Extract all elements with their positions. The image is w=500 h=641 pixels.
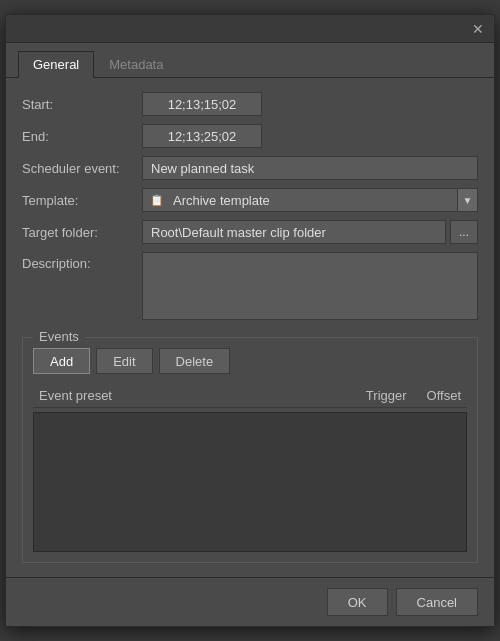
template-label: Template: [22, 193, 142, 208]
target-folder-label: Target folder: [22, 225, 142, 240]
description-control [142, 252, 478, 323]
start-label: Start: [22, 97, 142, 112]
events-table-header-right: Trigger Offset [366, 388, 461, 403]
ok-button[interactable]: OK [327, 588, 388, 616]
events-section: Events Add Edit Delete Event preset Trig… [22, 337, 478, 563]
scheduler-event-input[interactable] [142, 156, 478, 180]
events-legend: Events [33, 329, 85, 344]
close-button[interactable]: ✕ [470, 21, 486, 37]
add-event-button[interactable]: Add [33, 348, 90, 374]
end-row: End: [22, 124, 478, 148]
description-row: Description: [22, 252, 478, 323]
cancel-button[interactable]: Cancel [396, 588, 478, 616]
start-input[interactable] [142, 92, 262, 116]
template-value: Archive template [167, 193, 457, 208]
template-icon: 📋 [147, 190, 167, 210]
end-control [142, 124, 478, 148]
end-label: End: [22, 129, 142, 144]
end-input[interactable] [142, 124, 262, 148]
col-trigger: Trigger [366, 388, 407, 403]
target-folder-group: ... [142, 220, 478, 244]
tab-general[interactable]: General [18, 51, 94, 78]
scheduler-event-control [142, 156, 478, 180]
browse-button[interactable]: ... [450, 220, 478, 244]
col-offset: Offset [427, 388, 461, 403]
target-folder-row: Target folder: ... [22, 220, 478, 244]
start-control [142, 92, 478, 116]
target-folder-control: ... [142, 220, 478, 244]
title-bar: ✕ [6, 15, 494, 43]
events-table-header: Event preset Trigger Offset [33, 384, 467, 408]
start-row: Start: [22, 92, 478, 116]
target-folder-input[interactable] [142, 220, 446, 244]
template-select[interactable]: 📋 Archive template ▼ [142, 188, 478, 212]
template-row: Template: 📋 Archive template ▼ [22, 188, 478, 212]
col-event-preset: Event preset [39, 388, 112, 403]
edit-event-button[interactable]: Edit [96, 348, 152, 374]
scheduler-event-row: Scheduler event: [22, 156, 478, 180]
form-content: Start: End: Scheduler event: Template: [6, 78, 494, 577]
dialog: ✕ General Metadata Start: End: Scheduler… [5, 14, 495, 627]
delete-event-button[interactable]: Delete [159, 348, 231, 374]
tab-metadata[interactable]: Metadata [94, 51, 178, 78]
tab-bar: General Metadata [6, 43, 494, 78]
description-textarea[interactable] [142, 252, 478, 320]
template-dropdown-arrow[interactable]: ▼ [457, 189, 477, 211]
dialog-footer: OK Cancel [6, 577, 494, 626]
scheduler-event-label: Scheduler event: [22, 161, 142, 176]
description-label: Description: [22, 252, 142, 271]
template-control: 📋 Archive template ▼ [142, 188, 478, 212]
events-table-body [33, 412, 467, 552]
events-buttons: Add Edit Delete [33, 348, 467, 374]
